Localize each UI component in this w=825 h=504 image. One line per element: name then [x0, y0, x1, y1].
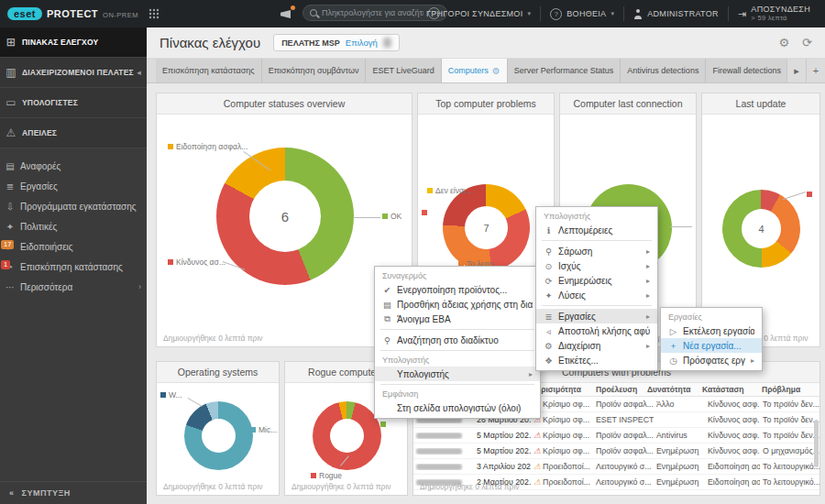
computer-name-blurred — [416, 464, 462, 470]
chevron-down-icon: ▾ — [610, 10, 614, 17]
dashboard-tab[interactable]: Antivirus detections — [621, 59, 706, 82]
menu-item-label: Αποστολή κλήσης αφύπνισης — [558, 326, 650, 336]
menu-item[interactable]: Υπολογιστής ▸ — [375, 367, 540, 381]
user-menu[interactable]: ADMINISTRATOR — [624, 9, 728, 19]
table-column-header[interactable]: Προέλευση — [593, 385, 644, 394]
tab-label: Επισκόπηση συμβάντων — [269, 66, 359, 75]
dashboard-tab[interactable]: Computers ⚙ — [442, 59, 508, 82]
sidebar-item-label: Ειδοποιήσεις — [20, 242, 147, 252]
menu-item[interactable]: ℹ Λεπτομέρειες — [536, 223, 657, 237]
menu-item[interactable]: ▷ Εκτέλεση εργασίας... — [661, 323, 762, 338]
last-update-donut[interactable]: 4 — [722, 190, 800, 268]
menu-item[interactable]: ≣ Εργασίες ▸ — [536, 309, 657, 323]
cell-capability: Antivirus — [654, 431, 705, 440]
cell-problem: Το προϊόν δεν... — [760, 431, 820, 440]
menu-item[interactable]: ◃ Αποστολή κλήσης αφύπνισης — [536, 323, 657, 338]
cell-status: Κίνδυνος ασφ... — [705, 431, 760, 440]
dashboard-tab[interactable]: Επισκόπηση κατάστασης — [156, 59, 262, 82]
tab-settings-gear-icon[interactable]: ⚙ — [492, 66, 500, 76]
cell-source: ESET INSPECT... — [593, 415, 654, 424]
search-input[interactable] — [322, 8, 424, 17]
legend-item: W... — [160, 390, 182, 400]
announcements-icon[interactable] — [280, 8, 293, 19]
menu-item[interactable]: ◷ Πρόσφατες εργασίες ▸ — [661, 353, 762, 367]
card-title: Last update — [702, 93, 820, 115]
legend-item — [807, 192, 815, 197]
menu-item[interactable]: ▤ Προσθήκη άδειας χρήσης στη διαχεί... — [375, 297, 540, 312]
dashboard-tabbar: Επισκόπηση κατάστασης Επισκόπηση συμβάντ… — [147, 59, 825, 83]
tasks-icon: ≣ — [0, 181, 20, 192]
client-select-link[interactable]: Επιλογή — [346, 38, 378, 48]
menu-item[interactable]: ❖ Ετικέτες... — [536, 353, 657, 367]
sidebar-item[interactable]: ≣ Εργασίες — [0, 176, 147, 196]
client-lock-icon-blurred — [383, 38, 391, 48]
logout-button[interactable]: ⇥ ΑΠΟΣΥΝΔΕΣΗ > 59 λεπτά — [729, 5, 820, 23]
app-grid-icon[interactable] — [148, 8, 160, 19]
menu-item[interactable]: ⚲ Σάρωση ▸ — [536, 244, 657, 258]
menu-item — [542, 305, 652, 306]
menu-item[interactable]: ✔ Ενεργοποίηση προϊόντος... — [375, 282, 540, 297]
sidebar-item[interactable]: ⊞ ΠΙΝΑΚΑΣ ΕΛΕΓΧΟΥ — [0, 27, 147, 58]
cell-problem: Το λειτουργικό... — [760, 462, 820, 471]
sidebar-item[interactable]: ✦ Πολιτικές — [0, 216, 147, 236]
table-row[interactable]: 3 Απριλίου 202... Προειδοποί... Λειτουργ… — [413, 459, 820, 475]
menu-item-label: Υπολογιστής — [544, 212, 650, 221]
top-problems-donut[interactable]: 7 — [443, 184, 530, 271]
menu-item[interactable]: ⚙ Διαχείριση ▸ — [536, 338, 657, 353]
help-icon: ? — [550, 8, 562, 20]
legend-connector — [353, 217, 380, 218]
menu-item-label: Εργασίες — [558, 312, 641, 322]
dashboard-tab[interactable]: Firewall detections — [706, 59, 788, 82]
menu-item[interactable]: ✦ Λύσεις ▸ — [536, 288, 657, 302]
donut-center-value: 7 — [483, 223, 489, 234]
menu-item: Εμφάνιση — [375, 388, 540, 400]
legend-swatch — [382, 214, 388, 219]
refresh-icon[interactable]: ⟳ — [802, 36, 812, 49]
legend-swatch — [380, 422, 386, 427]
sidebar-item[interactable]: ▤ Αναφορές — [0, 156, 147, 176]
menu-item[interactable]: ⊙ Ισχύς ▸ — [536, 258, 657, 273]
menu-item[interactable]: ⚲ Αναζήτηση στο διαδίκτυο — [375, 333, 540, 347]
help-menu[interactable]: ? ΒΟΗΘΕΙΑ ▾ — [541, 8, 623, 20]
tab-scroll-right-button[interactable]: ▸ — [786, 59, 806, 82]
dashboard-tab[interactable]: Επισκόπηση συμβάντων — [262, 59, 367, 82]
sidebar-item[interactable]: 1 ◔ Επισκόπηση κατάστασης — [0, 257, 147, 277]
cell-capability: Ενημέρωση — [654, 462, 705, 471]
menu-item[interactable]: ⟳ Ενημερώσεις ▸ — [536, 273, 657, 288]
sidebar-item-label: ΔΙΑΧΕΙΡΙΖΟΜΕΝΟΙ ΠΕΛΑΤΕΣ — [22, 68, 137, 77]
sidebar-collapse-button[interactable]: « ΣΥΜΠΤΥΞΗ — [0, 481, 147, 504]
quick-links-menu[interactable]: ΓΡΗΓΟΡΟΙ ΣΥΝΔΕΣΜΟΙ ▾ — [417, 9, 540, 18]
table-column-header[interactable]: Κατάσταση — [699, 385, 759, 394]
computer-statuses-donut[interactable]: 6 — [216, 148, 354, 285]
dashboard-icon: ⊞ — [0, 36, 22, 49]
table-column-header[interactable]: Πρόβλημα — [759, 385, 803, 394]
table-row[interactable]: 5 Μαρτίου 202... Κρίσιμο σφ... Προϊόν ασ… — [413, 428, 820, 444]
sidebar-item[interactable]: ⚠ ΑΠΕΙΛΕΣ — [0, 118, 147, 148]
menu-item[interactable]: Στη σελίδα υπολογιστών (όλοι) — [375, 400, 540, 415]
menu-item[interactable]: ⧉ Άνοιγμα EBA — [375, 312, 540, 326]
dashboard-tab[interactable]: ESET LiveGuard — [366, 59, 441, 82]
rogue-computers-donut[interactable] — [313, 401, 381, 470]
add-dashboard-button[interactable]: + — [806, 59, 825, 82]
legend-item: ΟΚ — [382, 212, 402, 221]
sidebar-item[interactable]: ⋯ Περισσότερα › — [0, 277, 147, 297]
table-scrollbar[interactable] — [814, 420, 819, 467]
reports-icon: ▤ — [0, 161, 20, 171]
table-row[interactable]: 5 Μαρτίου 202... Κρίσιμο σφ... Προϊόν ασ… — [413, 444, 820, 459]
sidebar-item[interactable]: ⇩ Προγράμματα εγκατάστασης — [0, 196, 147, 216]
cell-source: Λειτουργικό σ... — [593, 462, 654, 471]
operating-systems-donut[interactable] — [184, 401, 253, 470]
dashboard-tab[interactable]: Server Performance Status — [508, 59, 622, 82]
cell-status: Ειδοποίηση ασ... — [705, 462, 760, 471]
tab-label: Antivirus detections — [627, 66, 698, 75]
sidebar-item[interactable]: 17 ⚑ Ειδοποιήσεις — [0, 236, 147, 257]
table-column-header[interactable]: Κρισιμότητα — [533, 385, 593, 394]
table-column-header[interactable]: Δυνατότητα — [644, 385, 699, 394]
sidebar-item[interactable]: ▭ ΥΠΟΛΟΓΙΣΤΕΣ — [0, 88, 147, 118]
client-selector-chip[interactable]: ΠΕΛΑΤΗΣ MSP Επιλογή — [273, 34, 400, 51]
menu-item[interactable]: + Νέα εργασία... — [661, 338, 762, 353]
legend-swatch — [807, 192, 812, 197]
sidebar-item[interactable]: ▥ ΔΙΑΧΕΙΡΙΖΟΜΕΝΟΙ ΠΕΛΑΤΕΣ ◂ — [0, 58, 147, 88]
client-label: ΠΕΛΑΤΗΣ MSP — [281, 38, 340, 48]
dashboard-settings-gear-icon[interactable]: ⚙ — [778, 36, 789, 49]
